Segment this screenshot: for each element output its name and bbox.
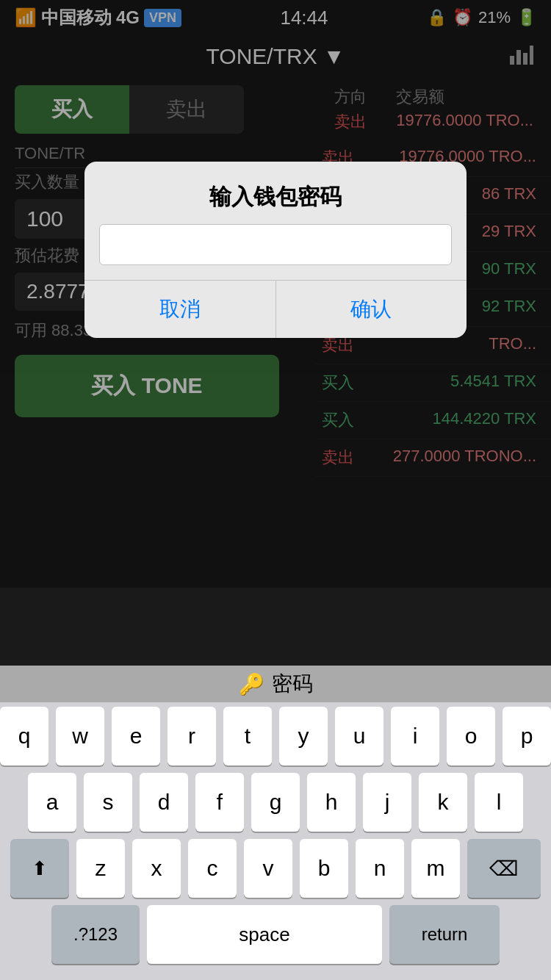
keyboard-toolbar: 🔑 密码 (0, 666, 551, 702)
backspace-key[interactable]: ⌫ (467, 839, 541, 898)
key-z[interactable]: z (76, 839, 125, 898)
keyboard-row-4: .?123 space return (0, 905, 551, 973)
key-o[interactable]: o (447, 707, 495, 765)
key-u[interactable]: u (335, 707, 383, 765)
dialog-buttons: 取消 确认 (84, 280, 467, 338)
key-f[interactable]: f (195, 773, 244, 832)
return-key[interactable]: return (389, 905, 500, 964)
dialog-title: 输入钱包密码 (84, 162, 467, 224)
keyboard-row-1: q w e r t y u i o p (0, 707, 551, 765)
key-q[interactable]: q (0, 707, 48, 765)
key-j[interactable]: j (363, 773, 411, 832)
key-v[interactable]: v (244, 839, 292, 898)
key-t[interactable]: t (223, 707, 272, 765)
dialog-input-wrap[interactable] (99, 224, 452, 265)
key-a[interactable]: a (28, 773, 76, 832)
key-e[interactable]: e (112, 707, 160, 765)
num-key[interactable]: .?123 (51, 905, 140, 964)
key-b[interactable]: b (300, 839, 348, 898)
key-m[interactable]: m (411, 839, 460, 898)
password-dialog: 输入钱包密码 取消 确认 (84, 162, 467, 338)
key-h[interactable]: h (307, 773, 356, 832)
key-g[interactable]: g (251, 773, 300, 832)
key-c[interactable]: c (188, 839, 237, 898)
dialog-cancel-button[interactable]: 取消 (84, 281, 276, 338)
key-k[interactable]: k (419, 773, 467, 832)
key-n[interactable]: n (356, 839, 404, 898)
keyboard: 🔑 密码 q w e r t y u i o p a s d f g h j k… (0, 666, 551, 980)
key-y[interactable]: y (279, 707, 328, 765)
key-i[interactable]: i (391, 707, 439, 765)
key-r[interactable]: r (168, 707, 216, 765)
dialog-overlay: 输入钱包密码 取消 确认 (0, 0, 551, 588)
key-l[interactable]: l (475, 773, 523, 832)
key-s[interactable]: s (84, 773, 132, 832)
password-input[interactable] (112, 234, 439, 254)
keyboard-toolbar-label: 密码 (272, 670, 313, 698)
space-key[interactable]: space (147, 905, 382, 964)
dialog-confirm-button[interactable]: 确认 (276, 281, 467, 338)
shift-key[interactable]: ⬆ (10, 839, 69, 898)
key-x[interactable]: x (132, 839, 181, 898)
key-p[interactable]: p (503, 707, 551, 765)
key-icon: 🔑 (239, 672, 264, 696)
keyboard-row-2: a s d f g h j k l (0, 773, 551, 832)
keyboard-row-3: ⬆ z x c v b n m ⌫ (0, 839, 551, 898)
key-w[interactable]: w (56, 707, 104, 765)
key-d[interactable]: d (140, 773, 188, 832)
